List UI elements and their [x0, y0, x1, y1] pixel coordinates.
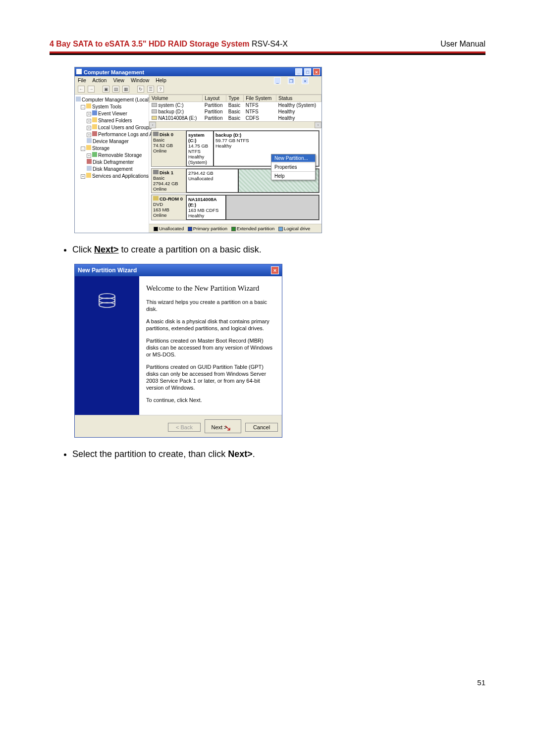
sub-minimize-icon[interactable]: _ — [274, 77, 281, 84]
nav-tree[interactable]: Computer Management (Local) -System Tool… — [75, 95, 149, 233]
wizard-sidebar — [75, 276, 139, 415]
close-icon[interactable]: × — [313, 68, 320, 75]
instruction-1: Click Next> to create a partition on a b… — [72, 243, 485, 256]
refresh-icon[interactable]: ↻ — [137, 86, 144, 93]
tree-system-tools[interactable]: System Tools — [92, 104, 121, 109]
table-row[interactable]: system (C:)PartitionBasicNTFSHealthy (Sy… — [150, 102, 321, 109]
wizard-title-text: New Partition Wizard — [78, 267, 137, 274]
legend-unalloc: Unallocated — [159, 226, 184, 231]
toolbar: ← → ▣ ▤ ▦ ↻ ☰ ? — [75, 84, 321, 95]
table-row[interactable]: NA1014008A (E:)PartitionBasicCDFSHealthy — [150, 115, 321, 121]
cdrom-empty — [226, 195, 319, 220]
col-fs[interactable]: File System — [244, 95, 276, 102]
header-model: RSV-S4-X — [252, 40, 288, 48]
disk1-label: Disk 1 — [160, 170, 173, 175]
wizard-text: A basic disk is a physical disk that con… — [146, 318, 275, 332]
wizard-text: This wizard helps you create a partition… — [146, 299, 275, 312]
menu-file[interactable]: File — [78, 77, 86, 83]
disk0-partition-c[interactable]: system (C:)14.75 GB NTFSHealthy (System) — [186, 131, 214, 166]
scroll-left-icon[interactable]: ‹ — [149, 122, 156, 128]
h-scrollbar[interactable]: ‹› — [149, 121, 321, 128]
ctx-new-partition[interactable]: New Partition... — [271, 154, 315, 162]
help-icon[interactable]: ? — [157, 86, 164, 93]
menu-bar[interactable]: File Action View Window Help _ ❐ × — [75, 76, 321, 84]
disk1-unallocated[interactable]: 2794.42 GBUnallocated — [186, 169, 238, 193]
menu-window[interactable]: Window — [131, 77, 149, 83]
cdrom-row: CD-ROM 0DVD163 MBOnline NA1014008A (E:)1… — [151, 195, 320, 220]
legend: Unallocated Primary partition Extended p… — [149, 224, 321, 233]
col-layout[interactable]: Layout — [203, 95, 226, 102]
wizard-disk-icon — [96, 290, 118, 312]
ctx-help[interactable]: Help — [271, 172, 315, 180]
annotation-arrow-icon: ↘ — [224, 423, 231, 433]
up-icon[interactable]: ▣ — [103, 86, 109, 93]
new-partition-wizard-window: New Partition Wizard × Welcome to the Ne… — [74, 264, 282, 438]
next-button[interactable]: Next >↘ — [205, 419, 241, 433]
tree-event-viewer[interactable]: Event Viewer — [98, 111, 127, 116]
col-volume[interactable]: Volume — [150, 95, 203, 102]
window-titlebar[interactable]: Computer Management _ □ × — [75, 67, 321, 76]
scroll-right-icon[interactable]: › — [315, 122, 321, 128]
maximize-icon[interactable]: □ — [304, 68, 311, 75]
page-header: 4 Bay SATA to eSATA 3.5" HDD RAID Storag… — [50, 40, 485, 49]
forward-icon[interactable]: → — [88, 86, 95, 93]
legend-extended: Extended partition — [237, 226, 275, 231]
tree-shared-folders[interactable]: Shared Folders — [98, 118, 132, 123]
menu-action[interactable]: Action — [92, 77, 107, 83]
wizard-text: To continue, click Next. — [146, 397, 275, 403]
props-icon[interactable]: ▦ — [122, 86, 129, 93]
wizard-text: Partitions created on GUID Partition Tab… — [146, 363, 275, 391]
page-number: 51 — [50, 678, 485, 687]
disk0-label: Disk 0 — [160, 132, 173, 137]
volume-list[interactable]: Volume Layout Type File System Status sy… — [149, 95, 321, 121]
tree-defrag[interactable]: Disk Defragmenter — [93, 159, 134, 165]
menu-help[interactable]: Help — [156, 77, 166, 83]
cdrom-label: CD-ROM 0 — [160, 196, 183, 202]
menu-view[interactable]: View — [113, 77, 124, 83]
ctx-properties[interactable]: Properties — [271, 163, 315, 171]
tree-icon[interactable]: ▤ — [112, 86, 119, 93]
window-title-text: Computer Management — [84, 69, 144, 75]
header-right: User Manual — [440, 40, 485, 49]
wizard-text: Partitions created on Master Boot Record… — [146, 337, 275, 358]
tree-storage[interactable]: Storage — [92, 146, 109, 151]
table-row[interactable]: backup (D:)PartitionBasicNTFSHealthy — [150, 108, 321, 115]
back-button: < Back — [168, 423, 201, 432]
sub-restore-icon[interactable]: ❐ — [288, 77, 295, 84]
tree-removable[interactable]: Removable Storage — [98, 152, 142, 158]
disk-pane: Disk 0Basic74.52 GBOnline system (C:)14.… — [149, 128, 321, 224]
minimize-icon[interactable]: _ — [295, 68, 302, 75]
legend-primary: Primary partition — [193, 226, 227, 231]
tree-services[interactable]: Services and Applications — [92, 173, 149, 179]
col-status[interactable]: Status — [276, 95, 321, 102]
header-title: 4 Bay SATA to eSATA 3.5" HDD RAID Storag… — [50, 40, 250, 48]
context-menu[interactable]: New Partition... Properties Help — [271, 154, 316, 180]
cancel-button[interactable]: Cancel — [245, 423, 278, 432]
computer-management-window: Computer Management _ □ × File Action Vi… — [74, 67, 322, 233]
wizard-titlebar[interactable]: New Partition Wizard × — [75, 264, 282, 276]
tree-local-users[interactable]: Local Users and Groups — [98, 125, 152, 130]
back-icon[interactable]: ← — [78, 86, 85, 93]
list-icon[interactable]: ☰ — [147, 86, 154, 93]
instruction-2: Select the partition to create, than cli… — [72, 448, 485, 460]
sub-close-icon[interactable]: × — [302, 77, 309, 84]
tree-disk-mgmt[interactable]: Disk Management — [93, 166, 133, 172]
cdrom-partition-e[interactable]: NA1014008A (E:)163 MB CDFSHealthy — [186, 195, 226, 220]
wizard-close-icon[interactable]: × — [271, 266, 279, 274]
tree-root[interactable]: Computer Management (Local) — [82, 97, 150, 102]
tree-device-mgr[interactable]: Device Manager — [93, 139, 129, 144]
col-type[interactable]: Type — [226, 95, 244, 102]
legend-logical: Logical drive — [284, 226, 310, 231]
wizard-heading: Welcome to the New Partition Wizard — [146, 284, 275, 293]
